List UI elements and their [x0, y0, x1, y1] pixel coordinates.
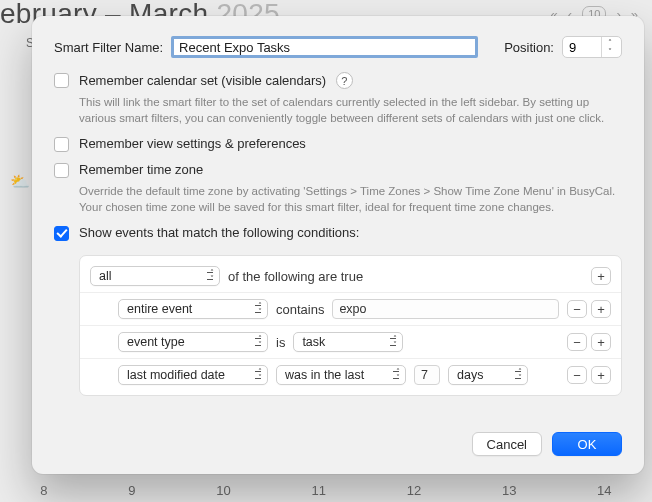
remove-row-button[interactable]: − [567, 366, 587, 384]
quantifier-trail-text: of the following are true [228, 269, 363, 284]
remove-row-button[interactable]: − [567, 333, 587, 351]
remember-view-label: Remember view settings & preferences [79, 136, 306, 151]
remember-tz-desc: Override the default time zone by activa… [79, 184, 622, 215]
add-condition-button[interactable]: + [591, 267, 611, 285]
help-icon[interactable]: ? [336, 72, 353, 89]
filter-name-input[interactable] [171, 36, 478, 58]
value-input[interactable] [332, 299, 559, 319]
conditions-panel: all ˄˅ of the following are true + entir… [79, 255, 622, 396]
quantifier-select[interactable]: all ˄˅ [90, 266, 220, 286]
smart-filter-dialog: Smart Filter Name: Position: ˄ ˅ Remembe… [32, 16, 644, 474]
field-select[interactable]: last modified date ˄˅ [118, 365, 268, 385]
show-events-label: Show events that match the following con… [79, 225, 359, 240]
value-select[interactable]: task ˄˅ [293, 332, 403, 352]
remove-row-button[interactable]: − [567, 300, 587, 318]
field-select[interactable]: entire event ˄˅ [118, 299, 268, 319]
unit-select[interactable]: days ˄˅ [448, 365, 528, 385]
show-events-checkbox[interactable] [54, 226, 69, 241]
remember-view-checkbox[interactable] [54, 137, 69, 152]
add-row-button[interactable]: + [591, 333, 611, 351]
stepper-down-icon[interactable]: ˅ [608, 47, 612, 56]
add-row-button[interactable]: + [591, 366, 611, 384]
position-stepper[interactable]: ˄ ˅ [562, 36, 622, 58]
remember-calendars-label: Remember calendar set (visible calendars… [79, 73, 326, 88]
remember-tz-checkbox[interactable] [54, 163, 69, 178]
calendar-day-numbers: 8 9 10 11 12 13 14 [0, 483, 652, 498]
position-value[interactable] [563, 37, 601, 57]
stepper-up-icon[interactable]: ˄ [608, 38, 612, 47]
weather-icon: ⛅ [10, 172, 30, 191]
operator-select[interactable]: was in the last ˄˅ [276, 365, 406, 385]
position-label: Position: [504, 40, 554, 55]
operator-text: contains [276, 302, 324, 317]
remember-calendars-desc: This will link the smart filter to the s… [79, 95, 622, 126]
remember-calendars-checkbox[interactable] [54, 73, 69, 88]
cancel-button[interactable]: Cancel [472, 432, 542, 456]
number-input[interactable] [414, 365, 440, 385]
field-select[interactable]: event type ˄˅ [118, 332, 268, 352]
remember-tz-label: Remember time zone [79, 162, 203, 177]
ok-button[interactable]: OK [552, 432, 622, 456]
filter-name-label: Smart Filter Name: [54, 40, 163, 55]
add-row-button[interactable]: + [591, 300, 611, 318]
operator-text: is [276, 335, 285, 350]
